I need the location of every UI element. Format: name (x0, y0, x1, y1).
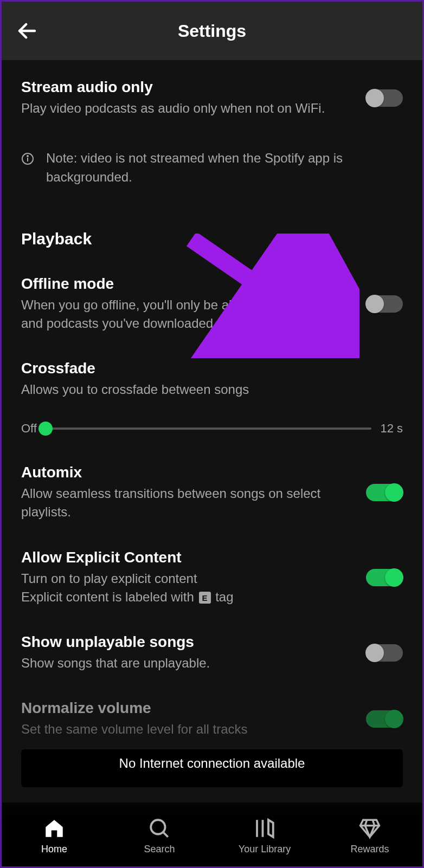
setting-text: Offline mode When you go offline, you'll… (21, 275, 350, 333)
toggle-knob (365, 89, 384, 107)
home-icon (43, 817, 66, 840)
settings-header: Settings (2, 2, 422, 60)
settings-content: Stream audio only Play video podcasts as… (2, 60, 422, 739)
arrow-left-icon (16, 20, 38, 42)
unplayable-toggle[interactable] (366, 644, 403, 662)
setting-title: Show unplayable songs (21, 633, 350, 651)
normalize-toggle[interactable] (366, 710, 403, 728)
setting-show-unplayable[interactable]: Show unplayable songs Show songs that ar… (21, 633, 403, 672)
setting-title: Crossfade (21, 360, 403, 377)
explicit-desc-line1: Turn on to play explicit content (21, 571, 197, 586)
crossfade-slider[interactable] (46, 427, 371, 430)
toggle-knob (365, 644, 384, 662)
svg-point-3 (27, 156, 28, 157)
slider-min-label: Off (21, 422, 37, 436)
nav-rewards[interactable]: Rewards (317, 817, 422, 855)
setting-title: Normalize volume (21, 699, 350, 717)
setting-text: Show unplayable songs Show songs that ar… (21, 633, 350, 672)
nav-search[interactable]: Search (107, 817, 212, 855)
setting-description: Play video podcasts as audio only when n… (21, 99, 350, 118)
slider-max-label: 12 s (380, 422, 403, 436)
setting-title: Automix (21, 464, 350, 481)
stream-audio-toggle[interactable] (366, 89, 403, 107)
setting-automix[interactable]: Automix Allow seamless transitions betwe… (21, 464, 403, 521)
setting-title: Stream audio only (21, 79, 350, 96)
nav-library[interactable]: Your Library (212, 817, 317, 855)
toggle-knob (385, 568, 403, 587)
automix-toggle[interactable] (366, 484, 403, 501)
setting-description: When you go offline, you'll only be able… (21, 296, 350, 333)
nav-label: Home (41, 844, 67, 855)
slider-thumb[interactable] (38, 422, 53, 436)
setting-title: Offline mode (21, 275, 350, 293)
page-title: Settings (178, 21, 246, 41)
search-icon (148, 817, 171, 840)
note-text: Note: video is not streamed when the Spo… (46, 149, 392, 186)
setting-crossfade: Crossfade Allows you to crossfade betwee… (21, 360, 403, 436)
setting-text: Allow Explicit Content Turn on to play e… (21, 549, 350, 606)
setting-title: Allow Explicit Content (21, 549, 350, 566)
setting-allow-explicit[interactable]: Allow Explicit Content Turn on to play e… (21, 549, 403, 606)
setting-description: Set the same volume level for all tracks (21, 720, 350, 739)
explicit-desc-line2b: tag (212, 590, 234, 604)
nav-home[interactable]: Home (2, 817, 107, 855)
info-icon (21, 152, 34, 165)
setting-text: Stream audio only Play video podcasts as… (21, 79, 350, 118)
setting-text: Normalize volume Set the same volume lev… (21, 699, 350, 739)
toggle-knob (385, 483, 403, 502)
setting-description: Allows you to crossfade between songs (21, 380, 403, 399)
no-internet-toast: No Internet connection available (21, 749, 403, 787)
crossfade-slider-row: Off 12 s (21, 422, 403, 436)
svg-point-4 (151, 820, 165, 834)
svg-line-5 (163, 832, 168, 837)
explicit-desc-line2a: Explicit content is labeled with (21, 590, 198, 604)
setting-description: Show songs that are unplayable. (21, 654, 350, 672)
setting-text: Automix Allow seamless transitions betwe… (21, 464, 350, 521)
setting-description: Allow seamless transitions between songs… (21, 484, 350, 521)
offline-mode-toggle[interactable] (366, 295, 403, 313)
library-icon (253, 817, 276, 840)
toggle-knob (385, 710, 403, 728)
back-button[interactable] (15, 18, 40, 43)
nav-label: Your Library (239, 844, 291, 855)
nav-label: Search (144, 844, 175, 855)
setting-description: Turn on to play explicit content Explici… (21, 569, 350, 606)
bottom-nav: Home Search Your Library Rewards (2, 802, 422, 866)
setting-stream-audio-only[interactable]: Stream audio only Play video podcasts as… (21, 79, 403, 118)
toggle-knob (365, 295, 384, 313)
video-background-note: Note: video is not streamed when the Spo… (21, 149, 403, 186)
nav-label: Rewards (350, 844, 389, 855)
diamond-icon (358, 817, 381, 840)
section-header-playback: Playback (21, 230, 403, 248)
setting-offline-mode[interactable]: Offline mode When you go offline, you'll… (21, 275, 403, 333)
setting-normalize-volume[interactable]: Normalize volume Set the same volume lev… (21, 699, 403, 739)
explicit-toggle[interactable] (366, 569, 403, 586)
explicit-badge: E (199, 592, 211, 604)
